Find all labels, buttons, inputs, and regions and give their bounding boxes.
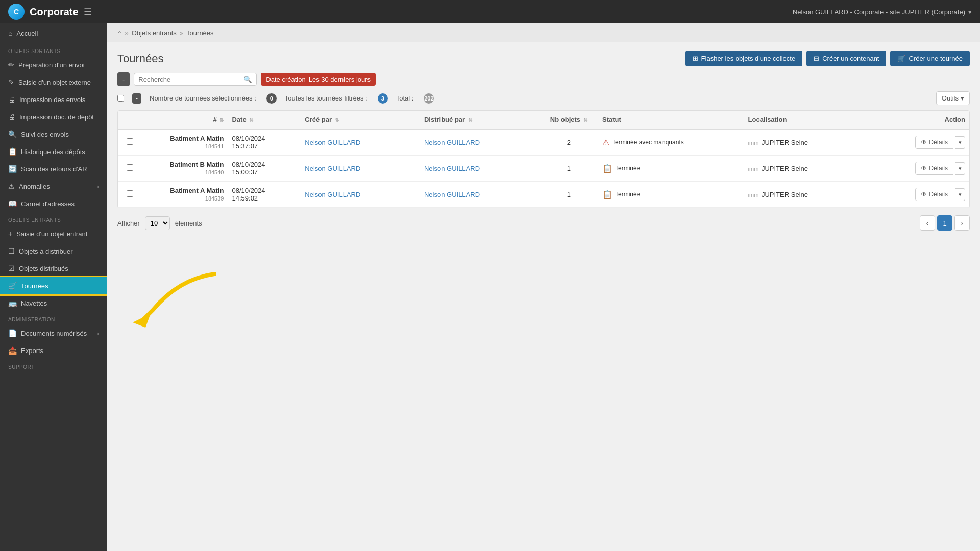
sidebar-item-preparation[interactable]: ✏ Préparation d'un envoi <box>0 56 107 73</box>
breadcrumb-sep2: » <box>180 29 183 37</box>
sidebar-item-exports-label: Exports <box>21 347 43 355</box>
sidebar-item-impression-envois[interactable]: 🖨 Impression des envois <box>0 91 107 108</box>
per-page-select[interactable]: 10 25 50 <box>145 216 170 230</box>
sort-icon-date[interactable]: ⇅ <box>249 117 253 123</box>
user-menu-chevron[interactable]: ▾ <box>968 8 972 16</box>
cart-icon: 🛒 <box>8 282 17 290</box>
app-logo: C <box>8 4 24 20</box>
search-button[interactable]: 🔍 <box>243 76 252 83</box>
row-detail-button[interactable]: 👁 Détails <box>915 136 953 149</box>
sidebar-item-historique[interactable]: 📋 Historique des dépôts <box>0 143 107 160</box>
inbox-icon: ☐ <box>8 247 15 255</box>
row-distribue-par-link[interactable]: Nelson GUILLARD <box>424 165 480 172</box>
row-detail-caret-button[interactable]: ▾ <box>955 188 965 201</box>
row-local-name: JUPITER Seine <box>762 191 808 198</box>
row-detail-button[interactable]: 👁 Détails <box>915 188 953 201</box>
row-date-cell: 08/10/2024 15:37:07 <box>228 129 301 156</box>
row-checkbox[interactable] <box>127 164 133 171</box>
filter-toggle-button[interactable]: - <box>117 72 130 86</box>
filter-date-tag[interactable]: Date création Les 30 derniers jours <box>261 73 376 86</box>
sidebar-item-saisie-externe[interactable]: ✎ Saisie d'un objet externe <box>0 73 107 91</box>
row-cree-par-link[interactable]: Nelson GUILLARD <box>305 139 360 146</box>
sidebar-item-distribues[interactable]: ☑ Objets distribués <box>0 260 107 277</box>
row-name-cell: Batiment A Matin 184539 <box>142 182 228 208</box>
search-input[interactable] <box>138 76 240 83</box>
creer-tournee-button[interactable]: 🛒 Créer une tournée <box>890 51 970 66</box>
row-cree-par-link[interactable]: Nelson GUILLARD <box>305 165 360 172</box>
select-all-checkbox[interactable] <box>117 95 124 102</box>
pag-prev-button[interactable]: ‹ <box>920 215 935 231</box>
col-statut: Statut <box>598 111 744 129</box>
row-cree-par-link[interactable]: Nelson GUILLARD <box>305 191 360 198</box>
flash-button[interactable]: ⊞ Flasher les objets d'une collecte <box>685 51 803 66</box>
pag-next-button[interactable]: › <box>954 215 970 231</box>
sidebar-item-scan[interactable]: 🔄 Scan des retours d'AR <box>0 160 107 178</box>
creer-contenant-button[interactable]: ⊟ Créer un contenant <box>806 51 886 66</box>
row-name: Batiment A Matin <box>146 135 224 142</box>
sidebar-item-carnet[interactable]: 📖 Carnet d'adresses <box>0 195 107 212</box>
sort-icon-cree[interactable]: ⇅ <box>335 117 339 123</box>
sort-icon-num[interactable]: ⇅ <box>219 117 224 123</box>
row-detail-caret-button[interactable]: ▾ <box>955 136 965 149</box>
row-checkbox[interactable] <box>127 190 133 197</box>
sidebar-item-exports[interactable]: 📤 Exports <box>0 342 107 359</box>
row-detail-button[interactable]: 👁 Détails <box>915 162 953 175</box>
row-local-cell: imm JUPITER Seine <box>744 182 877 208</box>
sidebar-item-impression-envois-label: Impression des envois <box>19 96 85 104</box>
app-title: Corporate <box>30 6 79 18</box>
table-row: Batiment A Matin 184539 08/10/2024 14:59… <box>118 182 969 208</box>
section-label-entrants: OBJETS ENTRANTS <box>0 212 107 225</box>
row-statut-cell: 📋 Terminée <box>598 156 744 182</box>
cart2-icon: 🛒 <box>897 55 905 62</box>
anomalies-chevron-icon: › <box>97 183 99 190</box>
row-nb-objets: 2 <box>567 139 571 146</box>
bulk-action-button[interactable]: - <box>132 93 141 104</box>
outils-button[interactable]: Outils ▾ <box>936 91 970 105</box>
row-checkbox[interactable] <box>127 138 133 145</box>
sidebar-item-a-distribuer[interactable]: ☐ Objets à distribuer <box>0 242 107 260</box>
sidebar-item-accueil[interactable]: ⌂ Accueil <box>0 23 107 43</box>
sort-icon-nb[interactable]: ⇅ <box>583 117 587 123</box>
row-date-cell: 08/10/2024 15:00:37 <box>228 156 301 182</box>
row-distrib-cell: Nelson GUILLARD <box>420 182 540 208</box>
section-label-support: SUPPORT <box>0 359 107 372</box>
breadcrumb-home-icon[interactable]: ⌂ <box>117 29 121 37</box>
top-nav-left: C Corporate ☰ <box>8 4 92 20</box>
row-id: 184540 <box>205 169 224 176</box>
selection-count3: 202 <box>424 93 434 104</box>
sidebar-item-a-distribuer-label: Objets à distribuer <box>19 247 73 255</box>
hamburger-icon[interactable]: ☰ <box>84 6 92 17</box>
row-statut-badge: 📋 Terminée <box>602 164 640 173</box>
top-nav-user[interactable]: Nelson GUILLARD - Corporate - site JUPIT… <box>793 8 972 16</box>
row-statut-cell: ⚠ Terminée avec manquants <box>598 129 744 156</box>
sidebar-item-suivi[interactable]: 🔍 Suivi des envois <box>0 126 107 143</box>
sidebar-item-impression-depot[interactable]: 🖨 Impression doc. de dépôt <box>0 108 107 126</box>
sort-icon-distrib[interactable]: ⇅ <box>468 117 472 123</box>
doc-icon: 📄 <box>8 329 17 337</box>
row-date: 08/10/2024 <box>232 161 265 168</box>
section-label-admin: ADMINISTRATION <box>0 312 107 324</box>
sidebar-item-docs[interactable]: 📄 Documents numérisés › <box>0 324 107 342</box>
sidebar-item-saisie-externe-label: Saisie d'un objet externe <box>18 79 91 86</box>
pag-page1-button[interactable]: 1 <box>937 215 952 231</box>
sidebar-item-saisie-entrant[interactable]: + Saisie d'un objet entrant <box>0 225 107 242</box>
pagination: Afficher 10 25 50 éléments ‹ 1 › <box>117 215 970 231</box>
body-wrap: ⌂ Accueil OBJETS SORTANTS ✏ Préparation … <box>0 23 980 551</box>
row-name: Batiment B Matin <box>146 161 224 168</box>
row-cree-cell: Nelson GUILLARD <box>301 182 420 208</box>
breadcrumb-objets-entrants[interactable]: Objets entrants <box>132 29 177 37</box>
row-distribue-par-link[interactable]: Nelson GUILLARD <box>424 139 480 146</box>
row-statut-text: Terminée <box>615 165 640 172</box>
sidebar-item-navettes[interactable]: 🚌 Navettes <box>0 294 107 312</box>
error-status-icon: ⚠ <box>602 138 609 147</box>
sidebar-item-tournees[interactable]: 🛒 Tournées <box>0 277 107 294</box>
table-row: Batiment B Matin 184540 08/10/2024 15:00… <box>118 156 969 182</box>
col-distrib: Distribué par ⇅ <box>420 111 540 129</box>
pencil-icon: ✏ <box>8 61 14 69</box>
row-distribue-par-link[interactable]: Nelson GUILLARD <box>424 191 480 198</box>
row-time: 15:00:37 <box>232 168 258 176</box>
row-checkbox-cell <box>118 129 142 156</box>
row-detail-caret-button[interactable]: ▾ <box>955 162 965 175</box>
sidebar-item-anomalies[interactable]: ⚠ Anomalies › <box>0 178 107 195</box>
sidebar-item-suivi-label: Suivi des envois <box>21 131 69 138</box>
